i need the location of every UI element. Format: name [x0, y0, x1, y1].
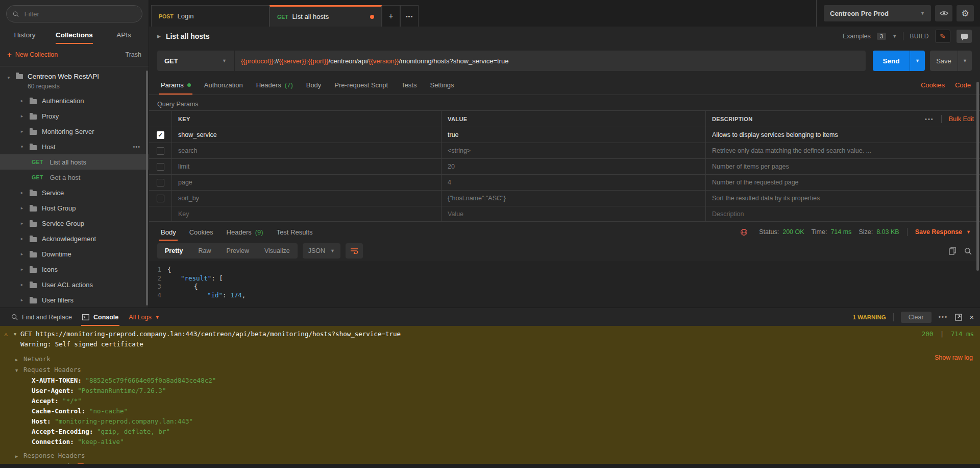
sidebar-item-acknowledgement[interactable]: ▸Acknowledgement — [0, 231, 149, 246]
examples-label[interactable]: Examples — [843, 33, 871, 40]
param-value[interactable]: true — [441, 127, 705, 143]
checkbox-unchecked[interactable] — [157, 147, 164, 155]
console-tab[interactable]: Console — [77, 308, 124, 326]
request-title: List all hosts — [166, 32, 210, 40]
console-response-headers-group[interactable]: ▶Response Headers — [0, 451, 980, 461]
param-key-placeholder[interactable]: Key — [172, 206, 441, 221]
line-number: 2 — [149, 274, 167, 283]
sidebar-item-authentication[interactable]: ▸Authentication — [0, 93, 149, 108]
checkbox-unchecked[interactable] — [157, 163, 164, 171]
sidebar-item-service-group[interactable]: ▸Service Group — [0, 216, 149, 231]
save-button[interactable]: Save — [930, 51, 958, 71]
tab-headers[interactable]: Headers(7) — [250, 76, 300, 95]
tab-apis[interactable]: APIs — [99, 27, 149, 43]
environment-selector[interactable]: Centreon Pre Prod ▼ — [824, 5, 931, 21]
sidebar-item-host-group[interactable]: ▸Host Group — [0, 200, 149, 216]
param-key[interactable]: page — [172, 175, 441, 190]
tab-login[interactable]: POST Login — [151, 5, 270, 27]
response-tab-test-results[interactable]: Test Results — [270, 223, 320, 241]
copy-icon[interactable] — [949, 247, 956, 255]
method-selector[interactable]: GET ▼ — [157, 51, 234, 71]
external-link-icon[interactable] — [78, 463, 84, 464]
tab-list-all-hosts[interactable]: GET List all hosts — [270, 5, 382, 27]
console-options-button[interactable]: ••• — [939, 314, 948, 321]
sidebar-request-get-a-host[interactable]: GET Get a host — [0, 170, 149, 185]
send-options-button[interactable]: ▼ — [910, 51, 925, 71]
wrap-text-button[interactable] — [346, 243, 363, 259]
save-options-button[interactable]: ▼ — [958, 51, 972, 71]
sidebar-request-list-all-hosts[interactable]: GET List all hosts — [0, 154, 149, 170]
checkbox-unchecked[interactable] — [157, 179, 164, 186]
close-console-icon[interactable]: × — [969, 313, 974, 321]
checkbox-unchecked[interactable] — [157, 195, 164, 202]
tab-params[interactable]: Params — [154, 76, 198, 95]
cookies-link[interactable]: Cookies — [921, 81, 945, 89]
format-selector[interactable]: JSON ▼ — [303, 243, 340, 259]
tab-collections[interactable]: Collections — [50, 27, 99, 43]
chevron-right-icon[interactable]: ▶ — [157, 34, 161, 39]
show-raw-log-link[interactable]: Show raw log — [935, 353, 973, 363]
param-key[interactable]: sort_by — [172, 191, 441, 206]
tab-tests[interactable]: Tests — [395, 76, 423, 95]
response-tab-body[interactable]: Body — [154, 223, 183, 241]
chevron-down-icon[interactable]: ▼ — [892, 34, 897, 39]
sidebar-item-monitoring-server[interactable]: ▸Monitoring Server — [0, 124, 149, 139]
params-options-button[interactable]: ••• — [925, 116, 934, 122]
response-tab-cookies[interactable]: Cookies — [183, 223, 220, 241]
param-value[interactable]: {"host.name":"ASC"} — [441, 191, 705, 206]
view-raw[interactable]: Raw — [190, 243, 218, 259]
trash-button[interactable]: Trash — [126, 51, 142, 58]
send-button[interactable]: Send — [873, 51, 910, 71]
environment-quick-look-button[interactable] — [935, 5, 952, 21]
sidebar-item-icons[interactable]: ▸Icons — [0, 262, 149, 277]
edit-mode-button[interactable]: ✎ — [935, 30, 950, 43]
view-preview[interactable]: Preview — [218, 243, 256, 259]
tab-prerequest-script[interactable]: Pre-request Script — [328, 76, 395, 95]
tab-history[interactable]: History — [0, 27, 50, 43]
response-tab-headers[interactable]: Headers(9) — [220, 223, 270, 241]
sidebar-scrollbar[interactable] — [146, 71, 148, 306]
new-collection-button[interactable]: + New Collection — [7, 50, 58, 59]
tab-body[interactable]: Body — [300, 76, 328, 95]
param-value[interactable]: <string> — [441, 143, 705, 158]
comments-button[interactable] — [957, 30, 972, 43]
sidebar-item-proxy[interactable]: ▸Proxy — [0, 108, 149, 124]
save-response-button[interactable]: Save Response ▼ — [915, 228, 971, 236]
param-key[interactable]: show_service — [172, 127, 441, 143]
console-network-group[interactable]: ▶Network — [0, 354, 980, 365]
sidebar-item-downtime[interactable]: ▸Downtime — [0, 246, 149, 262]
code-link[interactable]: Code — [955, 81, 971, 89]
checkbox-checked[interactable]: ✓ — [157, 131, 164, 139]
console-log[interactable]: ⚠ ▼ GET https://monitoring-preprod.compa… — [0, 326, 980, 464]
settings-button[interactable]: ⚙ — [957, 5, 974, 21]
url-input[interactable]: {{protocol}}://{{server}}:{{port}}/centr… — [234, 51, 866, 71]
collection-root[interactable]: ▾ Centreon Web RestAPI 60 requests — [0, 68, 149, 93]
open-in-new-icon[interactable] — [955, 314, 962, 321]
bulk-edit-link[interactable]: Bulk Edit — [949, 115, 974, 123]
view-pretty[interactable]: Pretty — [157, 243, 190, 259]
find-and-replace-button[interactable]: Find and Replace — [6, 308, 77, 326]
console-response-body-group[interactable]: ▶Response Body — [0, 461, 980, 464]
search-response-icon[interactable] — [964, 247, 972, 255]
sidebar-item-user-acl-actions[interactable]: ▸User ACL actions — [0, 277, 149, 292]
response-body-viewer[interactable]: 1 { 2 "result": [ 3 { 4 "id": 174, — [149, 261, 980, 308]
param-value-placeholder[interactable]: Value — [441, 206, 705, 221]
filter-input[interactable] — [23, 10, 136, 18]
tab-settings[interactable]: Settings — [423, 76, 460, 95]
view-visualize[interactable]: Visualize — [257, 243, 298, 259]
tab-authorization[interactable]: Authorization — [198, 76, 250, 95]
new-tab-button[interactable]: + — [382, 5, 400, 27]
log-filter-selector[interactable]: All Logs ▼ — [124, 314, 164, 321]
param-value[interactable]: 20 — [441, 159, 705, 174]
param-key[interactable]: limit — [172, 159, 441, 174]
param-value[interactable]: 4 — [441, 175, 705, 190]
tab-options-button[interactable]: ••• — [400, 5, 419, 27]
param-key[interactable]: search — [172, 143, 441, 158]
chevron-down-icon[interactable]: ▼ — [14, 329, 16, 339]
sidebar-item-user-filters[interactable]: ▸User filters — [0, 292, 149, 308]
clear-console-button[interactable]: Clear — [901, 312, 932, 323]
sidebar-item-host[interactable]: ▾Host ••• — [0, 139, 149, 154]
main-scrollbar[interactable] — [976, 82, 979, 271]
sidebar-item-service[interactable]: ▸Service — [0, 185, 149, 200]
console-request-headers-group[interactable]: ▼Request Headers — [0, 365, 980, 376]
